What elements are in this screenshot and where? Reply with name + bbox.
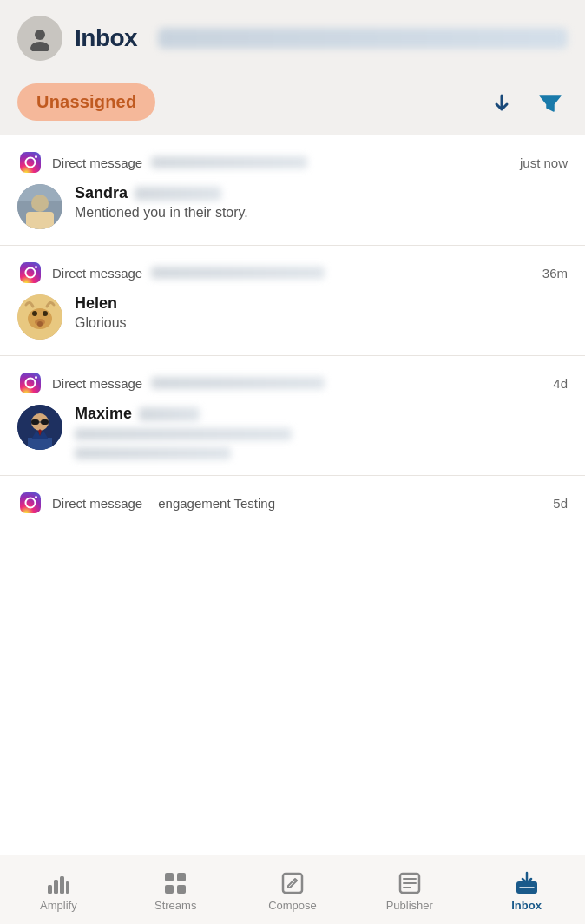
message-preview-blur-2 — [75, 447, 231, 459]
svg-rect-23 — [28, 438, 52, 450]
svg-point-29 — [35, 496, 37, 498]
svg-point-15 — [43, 311, 48, 316]
svg-point-4 — [35, 155, 37, 158]
compose-label: Compose — [268, 899, 317, 912]
svg-rect-36 — [165, 885, 174, 894]
inbox-label: Inbox — [511, 899, 542, 912]
nav-item-compose[interactable]: Compose — [234, 855, 352, 924]
message-body: Maxime — [17, 405, 568, 459]
instagram-icon — [17, 149, 43, 175]
nav-item-streams[interactable]: Streams — [117, 855, 234, 924]
compose-icon — [280, 871, 305, 895]
sort-down-icon — [490, 90, 514, 115]
sender-name: Helen — [75, 294, 568, 313]
filter-bar: Unassigned — [0, 73, 585, 135]
filter-button[interactable] — [533, 85, 568, 120]
sender-name-blur — [139, 407, 200, 421]
nav-item-amplify[interactable]: Amplify — [0, 855, 117, 924]
message-meta: Direct message 36m — [17, 260, 568, 286]
message-meta: Direct message just now — [17, 149, 568, 175]
account-blur — [151, 377, 325, 389]
avatar — [17, 405, 62, 450]
message-item[interactable]: Direct message just now Sandra Mentioned… — [0, 135, 585, 246]
account-name-blurred — [158, 28, 568, 49]
svg-point-14 — [32, 311, 37, 316]
account-blur — [151, 267, 325, 279]
message-preview: Glorious — [75, 315, 568, 331]
svg-rect-27 — [20, 492, 41, 513]
message-body: Sandra Mentioned you in their story. — [17, 184, 568, 229]
instagram-icon — [17, 260, 43, 286]
avatar — [17, 184, 62, 229]
svg-point-1 — [30, 42, 49, 51]
svg-point-11 — [35, 266, 37, 268]
instagram-icon — [17, 370, 43, 396]
message-list: Direct message just now Sandra Mentioned… — [0, 135, 585, 855]
svg-rect-2 — [20, 152, 41, 173]
svg-rect-18 — [20, 373, 41, 393]
message-item[interactable]: Direct message engagement Testing 5d — [0, 476, 585, 533]
message-content: Sandra Mentioned you in their story. — [75, 184, 568, 221]
unassigned-badge[interactable]: Unassigned — [17, 83, 155, 121]
header: Inbox — [0, 0, 585, 73]
message-body: Helen Glorious — [17, 294, 568, 340]
message-item[interactable]: Direct message 36m Helen — [0, 246, 585, 356]
svg-rect-33 — [66, 881, 69, 894]
filter-icons — [486, 85, 568, 120]
instagram-icon — [17, 490, 43, 516]
message-meta: Direct message engagement Testing 5d — [17, 490, 568, 516]
nav-item-inbox[interactable]: Inbox — [468, 855, 585, 924]
svg-rect-30 — [48, 885, 52, 894]
message-content: Helen Glorious — [75, 294, 568, 331]
message-type: Direct message — [52, 376, 142, 391]
message-content: Maxime — [75, 405, 568, 459]
svg-point-17 — [37, 321, 43, 327]
svg-point-20 — [35, 376, 37, 379]
svg-rect-25 — [41, 419, 49, 425]
message-time: 5d — [553, 496, 568, 511]
grid-icon — [163, 871, 187, 895]
sender-name-blur — [135, 187, 221, 201]
svg-rect-31 — [54, 880, 58, 894]
nav-item-publisher[interactable]: Publisher — [351, 855, 468, 924]
svg-point-0 — [35, 30, 45, 40]
account-blur — [151, 156, 307, 168]
message-item[interactable]: Direct message 4d — [0, 356, 585, 476]
svg-rect-9 — [20, 262, 41, 283]
svg-rect-35 — [177, 873, 186, 881]
svg-rect-37 — [177, 885, 186, 894]
svg-rect-38 — [283, 874, 302, 893]
message-type: Direct message — [52, 155, 142, 170]
account-text: engagement Testing — [158, 496, 275, 511]
avatar — [17, 294, 62, 340]
publisher-label: Publisher — [386, 899, 433, 912]
svg-rect-32 — [60, 876, 64, 894]
inbox-icon — [515, 871, 539, 895]
amplify-label: Amplify — [40, 899, 77, 912]
message-time: 4d — [553, 376, 568, 391]
streams-label: Streams — [154, 899, 196, 912]
page-title: Inbox — [75, 24, 137, 52]
message-meta: Direct message 4d — [17, 370, 568, 396]
sender-name: Sandra — [75, 184, 568, 202]
message-type: Direct message — [52, 496, 142, 511]
publisher-icon — [398, 871, 422, 895]
filter-icon — [536, 89, 564, 116]
sender-name: Maxime — [75, 405, 568, 423]
message-time: just now — [520, 155, 568, 170]
message-preview-blur — [75, 428, 292, 440]
bar-chart-icon — [46, 871, 70, 895]
message-type: Direct message — [52, 266, 142, 280]
message-preview: Mentioned you in their story. — [75, 205, 568, 221]
user-avatar — [17, 16, 62, 61]
svg-rect-34 — [165, 873, 174, 881]
svg-rect-24 — [31, 419, 39, 425]
svg-point-7 — [31, 195, 49, 212]
svg-rect-8 — [26, 212, 54, 229]
sort-button[interactable] — [486, 87, 517, 118]
bottom-nav: Amplify Streams Compose — [0, 855, 585, 924]
message-time: 36m — [542, 266, 568, 280]
